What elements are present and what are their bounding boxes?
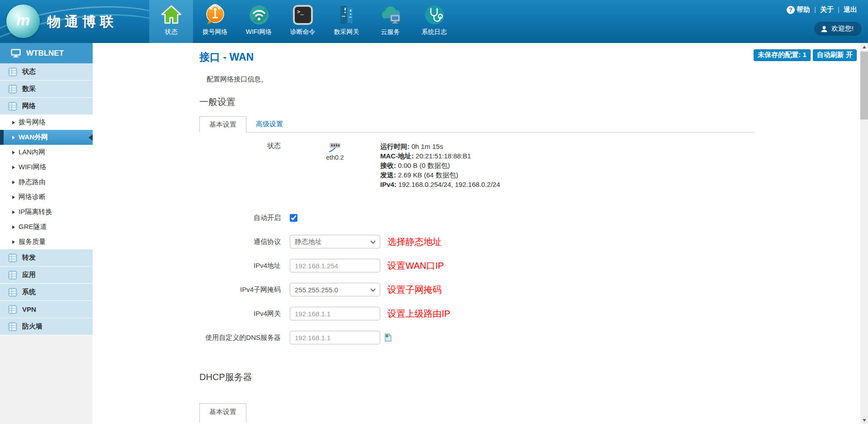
scrollbar-thumb[interactable] xyxy=(860,52,868,119)
bullet-arrow-icon xyxy=(12,225,15,229)
netmask-label: IPv4子网掩码 xyxy=(199,286,290,294)
netmask-annotation: 设置子网掩码 xyxy=(387,284,442,296)
wifi-icon xyxy=(247,3,271,27)
status-label: 状态 xyxy=(199,142,290,150)
home-icon xyxy=(160,3,183,27)
sidebar-item-label: 状态 xyxy=(22,67,36,76)
nav-item-wifi[interactable]: WIFI网络 xyxy=(237,0,281,43)
sidebar-item-wan[interactable]: WAN外网 xyxy=(0,130,93,145)
bullet-arrow-icon xyxy=(12,136,15,139)
gateway-annotation: 设置上级路由IP xyxy=(387,308,450,320)
page-title: 接口 - WAN xyxy=(199,50,755,64)
netmask-select[interactable]: 255.255.255.0 xyxy=(290,283,380,296)
brand-name: 物通博联 xyxy=(47,13,118,31)
netmask-row: IPv4子网掩码 255.255.255.0 设置子网掩码 xyxy=(199,282,755,297)
add-dns-button[interactable] xyxy=(383,333,392,342)
bullet-arrow-icon xyxy=(12,151,15,154)
nav-label: WIFI网络 xyxy=(246,28,272,36)
nav-item-diagnostic[interactable]: >_ 诊断命令 xyxy=(281,0,325,43)
sidebar-item-label: 服务质量 xyxy=(19,238,46,246)
sidebar-item-qos[interactable]: 服务质量 xyxy=(0,234,93,249)
header-links: ? 帮助 关于 退出 xyxy=(787,5,857,14)
sidebar-item-label: 应用 xyxy=(22,271,36,279)
sidebar-item-status[interactable]: 状态 xyxy=(0,63,93,81)
menu-grid-icon xyxy=(8,288,17,297)
sidebar-item-label: GRE隧道 xyxy=(19,223,47,231)
settings-tabbar: 基本设置 高级设置 xyxy=(199,116,755,133)
dns-label: 使用自定义的DNS服务器 xyxy=(199,333,290,342)
sidebar-item-label: LAN内网 xyxy=(19,148,45,157)
gateway-input[interactable] xyxy=(290,307,380,320)
sidebar-item-lan[interactable]: LAN内网 xyxy=(0,145,93,160)
nav-item-status[interactable]: 状态 xyxy=(149,0,193,43)
sidebar-item-static-route[interactable]: 静态路由 xyxy=(0,175,93,190)
nav-item-dialup[interactable]: 拨号网络 xyxy=(193,0,237,43)
menu-grid-icon xyxy=(8,102,17,111)
logout-label: 退出 xyxy=(844,5,857,14)
autorefresh-badge[interactable]: 自动刷新 开 xyxy=(813,49,857,61)
bullet-arrow-icon xyxy=(12,195,15,199)
menu-grid-icon xyxy=(8,67,17,76)
scroll-down-button[interactable] xyxy=(860,416,868,424)
divider xyxy=(815,7,816,13)
sidebar-item-system[interactable]: 系统 xyxy=(0,284,93,301)
ipv4-address-label: IPv4地址 xyxy=(199,262,290,270)
scroll-up-button[interactable] xyxy=(860,43,868,51)
protocol-label: 通信协议 xyxy=(199,238,290,246)
top-header: m 物通博联 状态 拨号网络 xyxy=(0,0,868,43)
sidebar-item-wifi[interactable]: WIFI网络 xyxy=(0,160,93,175)
logout-link[interactable]: 退出 xyxy=(844,5,857,14)
sidebar-item-forwarding[interactable]: 转发 xyxy=(0,249,93,267)
nav-label: 状态 xyxy=(165,28,178,36)
welcome-badge[interactable]: 欢迎您! xyxy=(814,22,862,36)
sidebar-item-net-diagnostics[interactable]: 网络诊断 xyxy=(0,190,93,205)
tab-basic-settings[interactable]: 基本设置 xyxy=(199,116,246,133)
status-row: 状态 eth0.2 运行时间: 0h 1m 15s MAC-地址: 20:21:… xyxy=(199,142,755,189)
user-icon xyxy=(821,25,828,33)
sidebar-item-ip-isolation[interactable]: IP隔离转换 xyxy=(0,205,93,219)
gateway-row: IPv4网关 设置上级路由IP xyxy=(199,306,755,321)
sidebar-item-apps[interactable]: 应用 xyxy=(0,267,93,284)
protocol-value: 静态地址 xyxy=(295,238,322,246)
chevron-down-icon xyxy=(370,286,375,291)
sidebar-item-firewall[interactable]: 防火墙 xyxy=(0,318,93,335)
sidebar-item-data-collect[interactable]: 数采 xyxy=(0,81,93,98)
nav-label: 诊断命令 xyxy=(290,28,316,36)
sidebar-item-label: WIFI网络 xyxy=(19,163,47,172)
sidebar-item-label: 网络诊断 xyxy=(19,193,46,201)
about-link[interactable]: 关于 xyxy=(820,5,834,14)
sidebar-item-label: 数采 xyxy=(22,85,36,93)
auto-start-checkbox[interactable] xyxy=(290,214,297,222)
help-label: 帮助 xyxy=(797,5,810,14)
sidebar-item-vpn[interactable]: VPN xyxy=(0,301,93,318)
dialup-icon xyxy=(203,3,227,27)
interface-name: eth0.2 xyxy=(326,154,344,161)
status-line-ipv4: IPv4: 192.168.0.254/24, 192.168.0.2/24 xyxy=(380,180,500,189)
sidebar-item-dialup-network[interactable]: 拨号网络 xyxy=(0,115,93,130)
svg-text:>_: >_ xyxy=(297,9,304,15)
help-link[interactable]: ? 帮助 xyxy=(787,5,810,14)
nav-label: 云服务 xyxy=(381,28,400,36)
arrow-down-icon xyxy=(863,419,866,422)
unsaved-changes-badge[interactable]: 未保存的配置: 1 xyxy=(754,49,811,61)
dns-row: 使用自定义的DNS服务器 xyxy=(199,330,755,345)
nav-item-cloud[interactable]: 云服务 xyxy=(368,0,412,43)
nav-item-syslog[interactable]: 系统日志 xyxy=(412,0,456,43)
sidebar-item-network[interactable]: 网络 xyxy=(0,98,93,115)
sidebar-item-label: 静态路由 xyxy=(19,178,46,186)
ipv4-address-row: IPv4地址 设置WAN口IP xyxy=(199,258,755,273)
ipv4-address-input[interactable] xyxy=(290,259,380,272)
tab-advanced-settings[interactable]: 高级设置 xyxy=(246,116,292,132)
dns-input[interactable] xyxy=(290,331,380,344)
sidebar-item-gre-tunnel[interactable]: GRE隧道 xyxy=(0,219,93,234)
nav-item-gateway[interactable]: 数采网关 xyxy=(325,0,368,43)
dhcp-tab-basic-settings[interactable]: 基本设置 xyxy=(199,403,246,423)
cloud-icon xyxy=(379,3,402,27)
vertical-scrollbar[interactable] xyxy=(860,43,868,424)
brand-logo-icon: m xyxy=(6,5,40,38)
brand-logo-letter: m xyxy=(16,11,30,29)
netmask-value: 255.255.255.0 xyxy=(295,286,338,294)
protocol-select[interactable]: 静态地址 xyxy=(290,235,380,248)
page-body: 接口 - WAN 配置网络接口信息。 一般设置 基本设置 高级设置 状态 eth xyxy=(199,43,755,423)
sidebar-item-label: 防火墙 xyxy=(22,322,42,331)
